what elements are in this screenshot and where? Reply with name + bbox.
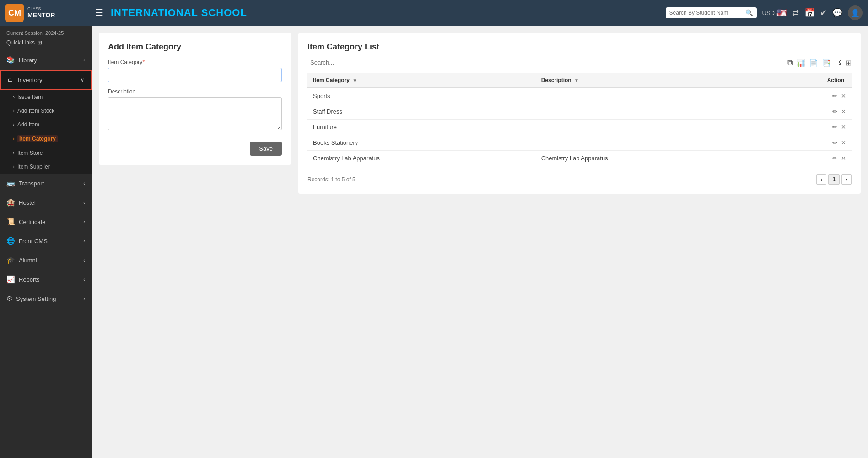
col-description-label: Description	[541, 77, 571, 83]
cell-action: ✏ ✕	[764, 120, 852, 135]
transfer-icon[interactable]: ⇄	[792, 8, 799, 18]
checkmark-icon[interactable]: ✔	[820, 8, 827, 18]
arrow-icon-issue: ›	[13, 94, 15, 100]
col-action: Action	[764, 73, 852, 88]
description-label: Description	[108, 88, 282, 95]
sidebar-item-label-library: Library	[19, 57, 37, 64]
logo-class: CLASS	[27, 6, 55, 11]
sidebar-sub-item-add-item-stock[interactable]: › Add Item Stock	[0, 104, 92, 118]
sidebar-sub-item-add-item[interactable]: › Add Item	[0, 118, 92, 131]
edit-button[interactable]: ✏	[832, 108, 837, 115]
records-info: Records: 1 to 5 of 5	[307, 176, 356, 183]
sidebar-item-inventory[interactable]: 🗂 Inventory ∨	[0, 70, 92, 90]
sub-label-add-item: Add Item	[17, 121, 39, 128]
prev-page-button[interactable]: ‹	[816, 174, 826, 185]
sidebar-item-library[interactable]: 📚 Library ‹	[0, 50, 92, 70]
col-item-category-label: Item Category	[313, 77, 350, 83]
col-item-category: Item Category ▼	[307, 73, 536, 88]
transport-icon: 🚌	[6, 179, 15, 187]
columns-icon[interactable]: ⊞	[846, 59, 852, 67]
student-search-input[interactable]	[669, 10, 743, 16]
delete-button[interactable]: ✕	[841, 139, 846, 146]
list-toolbar: ⧉ 📊 📄 📑 🖨 ⊞	[307, 57, 852, 68]
sidebar-item-front-cms[interactable]: 🌐 Front CMS ‹	[0, 231, 92, 251]
csv-icon[interactable]: 📄	[809, 59, 818, 67]
table-row: Sports ✏ ✕	[307, 88, 852, 104]
sidebar-item-reports[interactable]: 📈 Reports ‹	[0, 270, 92, 289]
search-icon[interactable]: 🔍	[745, 9, 753, 16]
inventory-icon: 🗂	[7, 76, 14, 84]
quick-links[interactable]: Quick Links ⊞	[0, 38, 92, 50]
session-info: Current Session: 2024-25	[0, 26, 92, 38]
chevron-reports: ‹	[83, 277, 85, 282]
page-1-button[interactable]: 1	[828, 174, 840, 185]
sidebar-sub-item-item-category[interactable]: › Item Category	[0, 131, 92, 146]
sidebar-item-hostel[interactable]: 🏨 Hostel ‹	[0, 193, 92, 212]
item-category-input[interactable]	[108, 68, 282, 82]
sidebar-item-label-hostel: Hostel	[19, 199, 36, 206]
main-content: Add Item Category Item Category* Descrip…	[92, 26, 868, 458]
chevron-alumni: ‹	[83, 257, 85, 263]
logo-text: CLASS MENTOR	[27, 6, 55, 19]
table-row: Chemistry Lab Apparatus Chemistry Lab Ap…	[307, 151, 852, 166]
sidebar-sub-item-item-supplier[interactable]: › Item Supplier	[0, 160, 92, 174]
table-row: Furniture ✏ ✕	[307, 120, 852, 135]
inventory-submenu: › Issue Item › Add Item Stock › Add Item…	[0, 90, 92, 174]
quick-links-label: Quick Links	[6, 39, 35, 46]
alumni-icon: 🎓	[6, 256, 15, 264]
sidebar: Current Session: 2024-25 Quick Links ⊞ 📚…	[0, 26, 92, 458]
sort-icon-description[interactable]: ▼	[574, 78, 579, 83]
print-icon[interactable]: 🖨	[835, 59, 842, 67]
arrow-icon-add-item: ›	[13, 121, 15, 128]
sub-label-item-supplier: Item Supplier	[17, 164, 50, 170]
sub-label-add-item-stock: Add Item Stock	[17, 108, 54, 114]
currency-text: USD	[762, 10, 775, 16]
certificate-icon: 📜	[6, 218, 15, 226]
list-action-icons: ⧉ 📊 📄 📑 🖨 ⊞	[787, 59, 852, 67]
cell-description	[536, 104, 764, 120]
sort-icon-category[interactable]: ▼	[352, 78, 357, 83]
table-header-row: Item Category ▼ Description ▼ Action	[307, 73, 852, 88]
sidebar-sub-item-issue-item[interactable]: › Issue Item	[0, 90, 92, 104]
top-navbar: CM CLASS MENTOR ☰ INTERNATIONAL SCHOOL 🔍…	[0, 0, 868, 26]
sidebar-item-alumni[interactable]: 🎓 Alumni ‹	[0, 251, 92, 270]
edit-button[interactable]: ✏	[832, 124, 837, 131]
next-page-button[interactable]: ›	[841, 174, 852, 185]
list-panel-title: Item Category List	[307, 42, 852, 52]
user-avatar[interactable]: 👤	[848, 5, 863, 20]
arrow-icon-supplier: ›	[13, 164, 15, 170]
delete-button[interactable]: ✕	[841, 108, 846, 115]
description-input[interactable]	[108, 97, 282, 130]
chevron-certificate: ‹	[83, 219, 85, 224]
cell-action: ✏ ✕	[764, 135, 852, 151]
delete-button[interactable]: ✕	[841, 93, 846, 99]
list-search-input[interactable]	[307, 57, 399, 68]
sidebar-item-label-transport: Transport	[19, 180, 44, 187]
sidebar-item-label-certificate: Certificate	[19, 218, 46, 225]
edit-button[interactable]: ✏	[832, 155, 837, 162]
sidebar-item-label-front-cms: Front CMS	[19, 238, 48, 245]
edit-button[interactable]: ✏	[832, 139, 837, 146]
sidebar-item-system-setting[interactable]: ⚙ System Setting ‹	[0, 289, 92, 308]
sidebar-item-certificate[interactable]: 📜 Certificate ‹	[0, 212, 92, 231]
excel-icon[interactable]: 📊	[796, 59, 805, 67]
copy-icon[interactable]: ⧉	[787, 59, 793, 67]
arrow-icon-category: ›	[13, 136, 15, 142]
sidebar-item-transport[interactable]: 🚌 Transport ‹	[0, 174, 92, 193]
delete-button[interactable]: ✕	[841, 155, 846, 162]
item-category-list-panel: Item Category List ⧉ 📊 📄 📑 🖨 ⊞ Item Cat	[298, 33, 861, 194]
whatsapp-icon[interactable]: 💬	[832, 8, 842, 18]
col-description: Description ▼	[536, 73, 764, 88]
save-button[interactable]: Save	[250, 142, 282, 156]
delete-button[interactable]: ✕	[841, 124, 846, 131]
library-icon: 📚	[6, 56, 15, 64]
edit-button[interactable]: ✏	[832, 93, 837, 99]
system-setting-icon: ⚙	[6, 294, 12, 303]
pdf-icon[interactable]: 📑	[822, 59, 831, 67]
description-form-group: Description	[108, 88, 282, 131]
hamburger-button[interactable]: ☰	[95, 7, 103, 18]
sub-label-issue-item: Issue Item	[17, 94, 43, 100]
sidebar-sub-item-item-store[interactable]: › Item Store	[0, 146, 92, 160]
cell-category: Staff Dress	[307, 104, 536, 120]
calendar-icon[interactable]: 📅	[804, 8, 814, 18]
